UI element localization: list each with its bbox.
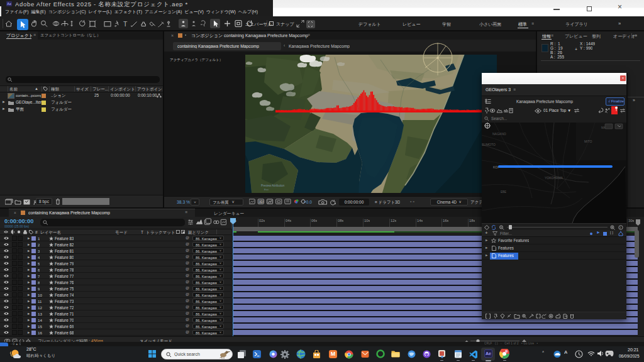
svg-text:EBE: EBE [501,190,506,194]
svg-text:NAGANO: NAGANO [492,132,506,136]
svg-text:SUMOTO: SUMOTO [482,143,496,146]
svg-text:T: T [123,20,128,28]
svg-text:i: i [620,226,621,229]
svg-text:3D: 3D [258,200,263,204]
svg-text:YOKOHAMA: YOKOHAMA [545,176,564,180]
svg-text:Esri: Esri [264,188,269,191]
svg-text:MITO: MITO [584,140,592,143]
svg-text:Preview Attribution: Preview Attribution [261,184,285,187]
